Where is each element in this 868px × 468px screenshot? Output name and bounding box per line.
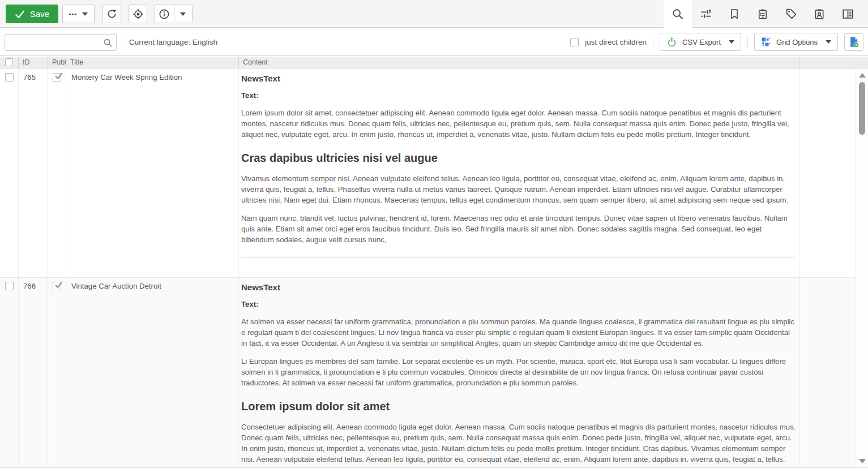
column-header-id[interactable]: ID xyxy=(19,57,48,68)
divider xyxy=(747,36,748,48)
csv-export-button[interactable]: CSV Export xyxy=(660,33,741,51)
title-cell: Vintage Car Auction Detroit xyxy=(66,278,239,467)
contact-card-icon xyxy=(814,8,825,20)
grid-body: 765 Montery Car Week Spring Edition News… xyxy=(0,69,855,467)
save-button[interactable]: Save xyxy=(6,5,58,23)
locate-in-tree-button[interactable] xyxy=(129,5,147,23)
spacer-cell xyxy=(800,278,855,467)
csv-export-label: CSV Export xyxy=(682,38,721,46)
field-label: Text: xyxy=(241,300,796,308)
paragraph: Lorem ipsum dolor sit amet, consectetuer… xyxy=(241,108,795,140)
published-cell xyxy=(48,69,66,277)
info-button[interactable] xyxy=(155,5,174,23)
row-select-cell xyxy=(0,278,19,467)
id-cell: 766 xyxy=(19,278,48,467)
check-icon xyxy=(54,71,63,81)
content-type-heading: NewsText xyxy=(241,282,796,292)
chevron-down-icon xyxy=(729,40,734,44)
title-cell: Montery Car Week Spring Edition xyxy=(66,69,239,277)
export-circle-arrow-icon xyxy=(666,37,677,48)
tab-preview-pane[interactable] xyxy=(833,0,862,28)
spacer-cell xyxy=(800,69,855,277)
table-row[interactable]: 766 Vintage Car Auction Detroit NewsText… xyxy=(0,277,855,467)
save-grid-configuration-button[interactable] xyxy=(844,33,863,51)
tab-notes[interactable] xyxy=(749,0,777,28)
more-actions-button[interactable]: ••• xyxy=(62,5,95,23)
clipboard-list-icon xyxy=(757,8,768,20)
grid-options-button[interactable]: Grid Options xyxy=(754,33,838,51)
sliders-icon xyxy=(700,8,712,20)
ellipsis-icon: ••• xyxy=(69,11,78,18)
column-header-content[interactable]: Content xyxy=(239,57,800,68)
chevron-down-icon xyxy=(180,12,186,16)
richtext-preview: NewsText Text: At solmen va esser necess… xyxy=(241,278,796,467)
scroll-down-arrow-icon[interactable] xyxy=(859,459,866,463)
published-checkbox[interactable] xyxy=(53,73,61,81)
table-row[interactable]: 765 Montery Car Week Spring Edition News… xyxy=(0,69,855,277)
reading-pane-icon xyxy=(842,8,854,20)
quick-search-field xyxy=(5,34,117,51)
content-cell: NewsText Text: At solmen va esser necess… xyxy=(239,278,800,467)
scrollbar-thumb[interactable] xyxy=(859,82,865,135)
info-split-button xyxy=(155,5,193,23)
tab-bookmark[interactable] xyxy=(720,0,749,28)
row-select-checkbox[interactable] xyxy=(5,73,14,81)
tab-settings[interactable] xyxy=(692,0,720,28)
published-cell xyxy=(48,278,66,467)
info-circle-icon xyxy=(159,8,170,20)
blue-grid-mosaic-icon xyxy=(761,37,771,47)
grid-header: ID Publis Title Content xyxy=(0,57,868,68)
chevron-down-icon xyxy=(826,40,831,44)
row-select-cell xyxy=(0,69,19,277)
grid-actions: just direct children CSV Export Grid O xyxy=(570,28,863,55)
side-panel-tabstrip xyxy=(664,0,862,28)
paragraph: Consectetuer adipiscing elit. Aenean com… xyxy=(241,422,796,467)
search-input[interactable] xyxy=(8,35,99,50)
refresh-icon xyxy=(106,8,117,19)
content-cell: NewsText Text: Lorem ipsum dolor sit ame… xyxy=(239,69,800,277)
current-language-label: Current language: English xyxy=(129,28,217,55)
just-direct-children-label: just direct children xyxy=(585,38,647,46)
richtext-preview: NewsText Text: Lorem ipsum dolor sit ame… xyxy=(241,69,795,258)
info-dropdown-button[interactable] xyxy=(174,5,193,23)
published-checkbox[interactable] xyxy=(53,282,61,290)
paragraph: Nam quam nunc, blandit vel, luctus pulvi… xyxy=(241,213,795,245)
scroll-up-arrow-icon[interactable] xyxy=(859,73,866,78)
tab-search[interactable] xyxy=(664,0,692,28)
divider xyxy=(653,36,653,48)
object-grid-panel: Save ••• xyxy=(0,0,868,468)
grid-options-label: Grid Options xyxy=(776,38,818,46)
document-add-icon xyxy=(848,36,860,48)
tab-workflow-contact[interactable] xyxy=(805,0,833,28)
row-select-checkbox[interactable] xyxy=(5,282,14,290)
paragraph: Li Europan lingues es membres del sam fa… xyxy=(241,356,796,388)
just-direct-children-checkbox[interactable] xyxy=(570,38,579,46)
tag-icon xyxy=(785,8,797,20)
locate-target-icon xyxy=(132,8,144,20)
column-header-published[interactable]: Publis xyxy=(48,57,66,68)
column-header-title[interactable]: Title xyxy=(66,57,239,68)
select-all-column-header xyxy=(0,57,19,68)
reload-button[interactable] xyxy=(102,5,121,23)
tab-tags[interactable] xyxy=(777,0,805,28)
select-all-checkbox[interactable] xyxy=(5,58,13,66)
field-label: Text: xyxy=(241,91,795,100)
check-icon xyxy=(15,9,25,19)
save-button-label: Save xyxy=(30,9,49,19)
paragraph: At solmen va esser necessi far uniform g… xyxy=(241,316,796,349)
column-header-spacer xyxy=(800,57,868,68)
content-subheading: Cras dapibus ultricies nisi vel augue xyxy=(241,152,795,165)
vertical-scrollbar[interactable] xyxy=(855,69,868,467)
id-cell: 765 xyxy=(19,69,48,277)
content-subheading: Lorem ipsum dolor sit amet xyxy=(241,400,796,413)
bookmark-icon xyxy=(729,8,740,20)
content-type-heading: NewsText xyxy=(241,74,795,83)
main-toolbar: Save ••• xyxy=(0,0,868,28)
paragraph: Vivamus elementum semper nisi. Aenean vu… xyxy=(241,173,795,205)
divider xyxy=(122,37,122,48)
grid-filter-toolbar: Current language: English just direct ch… xyxy=(0,28,868,56)
search-icon xyxy=(672,8,684,20)
check-icon xyxy=(54,280,63,290)
chevron-down-icon xyxy=(82,12,88,16)
search-icon[interactable] xyxy=(103,38,113,48)
